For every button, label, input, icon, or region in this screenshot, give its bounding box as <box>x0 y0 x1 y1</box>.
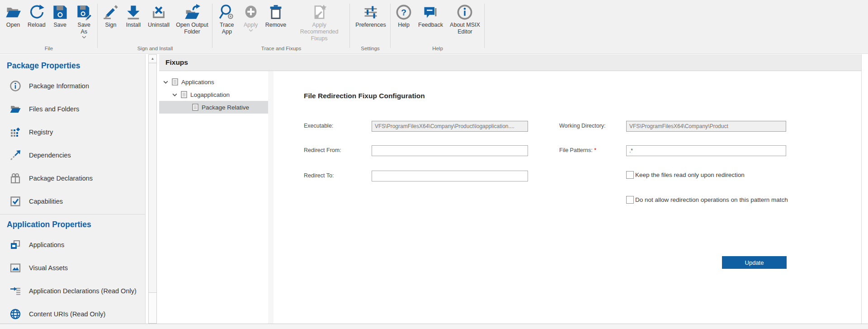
sidebar-section-heading: Application Properties <box>0 215 145 233</box>
executable-input[interactable] <box>372 121 528 132</box>
image-icon <box>9 262 21 274</box>
open-output-folder-icon <box>184 4 200 20</box>
about-msix-editor-button[interactable]: About MSIX Editor <box>446 2 484 36</box>
working-directory-input[interactable] <box>626 121 786 132</box>
sidebar-item-package-declarations[interactable]: Package Declarations <box>0 167 145 190</box>
sidebar-item-label: Package Information <box>29 82 89 90</box>
ribbon-toolbar: Open Reload Save <box>0 0 868 54</box>
apply-button[interactable]: Apply <box>240 2 262 33</box>
dependencies-arrow-icon <box>9 149 21 161</box>
file-redirection-form: File Redirection Fixup Configuration Exe… <box>274 71 861 324</box>
save-as-button[interactable]: Save As <box>71 2 97 40</box>
sidebar-navigation: Package Properties Package Information F… <box>0 54 146 324</box>
checkbox-label: Keep the files read only upon redirectio… <box>635 171 745 179</box>
chevron-down-icon <box>163 79 169 85</box>
ribbon-group-sign-install: Sign Install Uninstall Open Output Fol <box>98 0 212 53</box>
sidebar-item-applications[interactable]: Applications <box>0 233 145 256</box>
button-label: Feedback <box>418 22 443 29</box>
trace-app-button[interactable]: Trace App <box>214 2 240 36</box>
sidebar-item-files-and-folders[interactable]: Files and Folders <box>0 97 145 120</box>
folder-icon <box>9 103 21 115</box>
sidebar-item-dependencies[interactable]: Dependencies <box>0 143 145 167</box>
preferences-button[interactable]: Preferences <box>352 2 389 29</box>
sign-button[interactable]: Sign <box>99 2 122 29</box>
apply-plus-icon <box>243 4 259 20</box>
reload-button[interactable]: Reload <box>24 2 49 29</box>
sidebar-item-label: Package Declarations <box>29 175 93 182</box>
chevron-down-icon <box>82 36 86 39</box>
ribbon-group-label: Sign and Install <box>98 46 212 51</box>
checkbox-label: Do not allow redirection operations on t… <box>635 196 788 204</box>
scrollbar-thumb[interactable] <box>149 63 156 293</box>
apply-recommended-fixups-button[interactable]: Apply Recommended Fixups <box>289 2 349 43</box>
disallow-redirection-checkbox[interactable] <box>626 196 634 204</box>
sidebar-item-content-uris[interactable]: Content URIs (Read Only) <box>0 302 145 324</box>
uninstall-button[interactable]: Uninstall <box>145 2 173 29</box>
scroll-up-arrow-icon[interactable]: ▲ <box>149 55 156 62</box>
sidebar-item-registry[interactable]: Registry <box>0 120 145 143</box>
sign-pencil-icon <box>103 4 119 20</box>
sidebar-scrollbar[interactable]: ▲ <box>148 54 157 324</box>
help-button[interactable]: ? Help <box>392 2 415 29</box>
form-title: File Redirection Fixup Configuration <box>304 92 425 100</box>
sidebar-item-application-declarations[interactable]: Application Declarations (Read Only) <box>0 279 145 302</box>
keep-read-only-checkbox-row: Keep the files read only upon redirectio… <box>626 171 816 179</box>
executable-label: Executable: <box>304 121 333 131</box>
ribbon-group-label: File <box>0 46 98 51</box>
button-label: Save As <box>75 22 94 35</box>
sidebar-item-capabilities[interactable]: Capabilities <box>0 190 145 213</box>
sidebar-item-label: Dependencies <box>29 152 71 159</box>
button-label: Save <box>53 22 66 29</box>
file-patterns-input[interactable] <box>626 145 786 156</box>
recommended-fixups-icon <box>311 4 327 20</box>
ribbon-group-settings: Preferences Settings <box>350 0 391 53</box>
save-button[interactable]: Save <box>49 2 71 29</box>
tree-node-applications[interactable]: Applications <box>159 76 268 88</box>
button-label: Trace App <box>217 22 236 35</box>
install-button[interactable]: Install <box>122 2 145 29</box>
ribbon-group-label: Help <box>391 46 485 51</box>
document-icon <box>192 104 198 111</box>
redirect-to-input[interactable] <box>372 171 528 181</box>
arrow-to-list-icon <box>9 285 21 297</box>
tree-node-label: Applications <box>181 79 214 86</box>
ribbon-group-label: Trace and Fixups <box>212 46 350 51</box>
bottom-status-strip <box>0 324 868 329</box>
svg-text:?: ? <box>401 8 406 17</box>
button-label: Open Output Folder <box>176 22 208 35</box>
sidebar-item-label: Applications <box>29 241 64 248</box>
globe-icon <box>9 308 21 320</box>
ribbon-group-label: Settings <box>350 46 391 51</box>
about-info-icon <box>457 4 473 20</box>
button-label: Apply Recommended Fixups <box>292 22 346 42</box>
sidebar-item-label: Files and Folders <box>29 105 79 113</box>
tree-form-gutter <box>268 71 274 324</box>
panel-header: Fixups <box>159 54 861 71</box>
remove-trash-icon <box>268 4 284 20</box>
button-label: Reload <box>28 22 46 29</box>
sidebar-item-package-information[interactable]: Package Information <box>0 74 145 97</box>
sidebar-item-label: Registry <box>29 129 53 136</box>
save-as-icon <box>76 4 92 20</box>
remove-button[interactable]: Remove <box>262 2 290 29</box>
tree-node-label: Logapplication <box>190 91 230 98</box>
keep-read-only-checkbox[interactable] <box>626 171 634 179</box>
document-icon <box>172 78 178 86</box>
sidebar-section-heading: Package Properties <box>0 54 145 74</box>
feedback-bubble-icon <box>422 4 439 20</box>
button-label: Remove <box>265 22 287 29</box>
redirect-from-label: Redirect From: <box>304 145 341 156</box>
working-directory-label: Working Directory: <box>559 121 606 131</box>
sidebar-item-visual-assets[interactable]: Visual Assets <box>0 256 145 279</box>
tree-node-logapplication[interactable]: Logapplication <box>159 88 268 101</box>
update-button[interactable]: Update <box>722 256 787 269</box>
fixups-tree: Applications Logapplication Package Rela… <box>159 71 268 324</box>
tree-node-package-relative[interactable]: Package Relative <box>159 101 268 114</box>
open-button[interactable]: Open <box>2 2 24 29</box>
redirect-from-input[interactable] <box>372 145 528 156</box>
open-output-folder-button[interactable]: Open Output Folder <box>173 2 212 36</box>
chevron-down-icon <box>172 92 178 98</box>
install-arrow-icon <box>125 4 142 20</box>
feedback-button[interactable]: Feedback <box>415 2 446 29</box>
button-label: Apply <box>244 22 258 29</box>
